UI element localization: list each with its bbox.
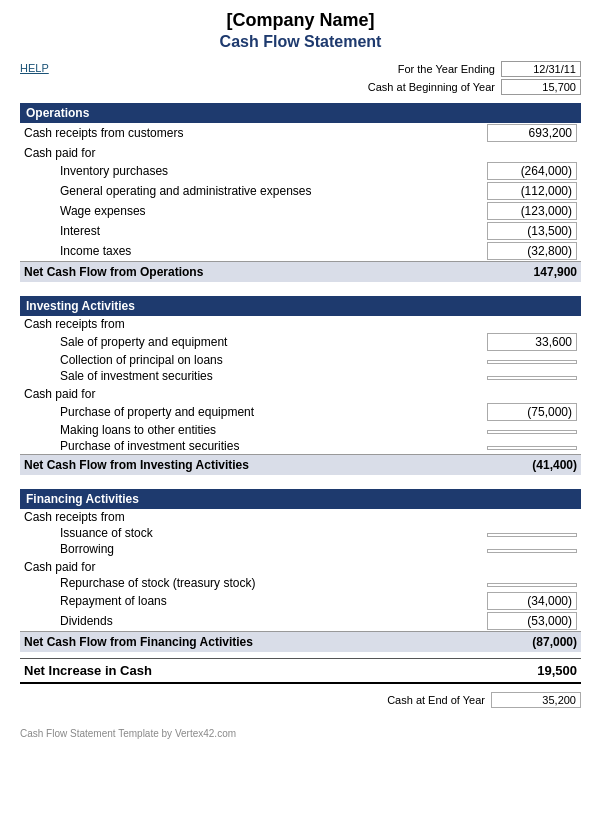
table-row: Cash receipts from xyxy=(20,316,581,332)
cash-end-row: Cash at End of Year 35,200 xyxy=(20,692,581,708)
footer-credit: Cash Flow Statement Template by Vertex42… xyxy=(20,728,581,739)
net-label: Net Cash Flow from Operations xyxy=(20,262,413,283)
value-box[interactable] xyxy=(487,583,577,587)
row-value: (112,000) xyxy=(413,181,581,201)
table-row: Sale of investment securities xyxy=(20,368,581,384)
investing-table: Cash receipts from Sale of property and … xyxy=(20,316,581,475)
row-label: Cash paid for xyxy=(20,557,413,575)
row-value xyxy=(413,525,581,541)
value-box[interactable]: 33,600 xyxy=(487,333,577,351)
table-row: Purchase of property and equipment (75,0… xyxy=(20,402,581,422)
row-label: Cash receipts from customers xyxy=(20,123,413,143)
row-value: 693,200 xyxy=(413,123,581,143)
row-value: (75,000) xyxy=(413,402,581,422)
row-value: (32,800) xyxy=(413,241,581,262)
row-label: Inventory purchases xyxy=(20,161,413,181)
table-row: Interest (13,500) xyxy=(20,221,581,241)
row-value xyxy=(413,541,581,557)
row-label: Dividends xyxy=(20,611,413,632)
company-name: [Company Name] xyxy=(20,10,581,31)
row-label: Cash paid for xyxy=(20,384,413,402)
table-row: Dividends (53,000) xyxy=(20,611,581,632)
value-box[interactable] xyxy=(487,533,577,537)
row-label: Repayment of loans xyxy=(20,591,413,611)
row-label: Wage expenses xyxy=(20,201,413,221)
row-label: Issuance of stock xyxy=(20,525,413,541)
table-row: Repayment of loans (34,000) xyxy=(20,591,581,611)
header-section: HELP For the Year Ending 12/31/11 Cash a… xyxy=(20,61,581,95)
cash-end-value[interactable]: 35,200 xyxy=(491,692,581,708)
value-box[interactable]: 693,200 xyxy=(487,124,577,142)
net-value: 147,900 xyxy=(413,262,581,283)
row-value xyxy=(413,352,581,368)
row-label: Cash receipts from xyxy=(20,316,413,332)
net-increase-table: Net Increase in Cash 19,500 xyxy=(20,658,581,684)
value-box[interactable]: (264,000) xyxy=(487,162,577,180)
value-box[interactable]: (32,800) xyxy=(487,242,577,260)
value-box[interactable] xyxy=(487,430,577,434)
table-row: Cash paid for xyxy=(20,557,581,575)
net-investing-row: Net Cash Flow from Investing Activities … xyxy=(20,455,581,476)
row-label: Purchase of investment securities xyxy=(20,438,413,455)
year-value[interactable]: 12/31/11 xyxy=(501,61,581,77)
row-value: (34,000) xyxy=(413,591,581,611)
row-value xyxy=(413,422,581,438)
value-box[interactable]: (123,000) xyxy=(487,202,577,220)
row-label: Making loans to other entities xyxy=(20,422,413,438)
value-box[interactable] xyxy=(487,549,577,553)
row-label: Sale of property and equipment xyxy=(20,332,413,352)
value-box[interactable]: (13,500) xyxy=(487,222,577,240)
cash-beginning-value[interactable]: 15,700 xyxy=(501,79,581,95)
table-row: Collection of principal on loans xyxy=(20,352,581,368)
row-label: Repurchase of stock (treasury stock) xyxy=(20,575,413,591)
net-financing-row: Net Cash Flow from Financing Activities … xyxy=(20,632,581,653)
row-value xyxy=(413,143,581,161)
row-label: General operating and administrative exp… xyxy=(20,181,413,201)
row-value: (264,000) xyxy=(413,161,581,181)
net-value: (87,000) xyxy=(413,632,581,653)
net-label: Net Cash Flow from Investing Activities xyxy=(20,455,413,476)
value-box[interactable]: (75,000) xyxy=(487,403,577,421)
value-box[interactable] xyxy=(487,360,577,364)
table-row: Cash paid for xyxy=(20,384,581,402)
value-box[interactable] xyxy=(487,376,577,380)
table-row: Inventory purchases (264,000) xyxy=(20,161,581,181)
row-label: Interest xyxy=(20,221,413,241)
row-value: (13,500) xyxy=(413,221,581,241)
net-operations-row: Net Cash Flow from Operations 147,900 xyxy=(20,262,581,283)
operations-header: Operations xyxy=(20,103,581,123)
row-label: Cash receipts from xyxy=(20,509,413,525)
row-label: Cash paid for xyxy=(20,143,413,161)
row-value: (53,000) xyxy=(413,611,581,632)
row-label: Sale of investment securities xyxy=(20,368,413,384)
row-label: Income taxes xyxy=(20,241,413,262)
net-value: (41,400) xyxy=(413,455,581,476)
table-row: Wage expenses (123,000) xyxy=(20,201,581,221)
net-increase-label: Net Increase in Cash xyxy=(20,659,413,684)
table-row: Cash receipts from customers 693,200 xyxy=(20,123,581,143)
header-right: For the Year Ending 12/31/11 Cash at Beg… xyxy=(368,61,581,95)
row-value xyxy=(413,438,581,455)
value-box[interactable]: (34,000) xyxy=(487,592,577,610)
operations-table: Cash receipts from customers 693,200 Cas… xyxy=(20,123,581,282)
table-row: General operating and administrative exp… xyxy=(20,181,581,201)
table-row: Repurchase of stock (treasury stock) xyxy=(20,575,581,591)
financing-table: Cash receipts from Issuance of stock Bor… xyxy=(20,509,581,652)
table-row: Cash receipts from xyxy=(20,509,581,525)
table-row: Sale of property and equipment 33,600 xyxy=(20,332,581,352)
cash-beginning-label: Cash at Beginning of Year xyxy=(368,81,495,93)
help-link[interactable]: HELP xyxy=(20,62,49,74)
table-row: Cash paid for xyxy=(20,143,581,161)
value-box[interactable]: (53,000) xyxy=(487,612,577,630)
value-box[interactable]: (112,000) xyxy=(487,182,577,200)
table-row: Borrowing xyxy=(20,541,581,557)
cash-end-label: Cash at End of Year xyxy=(387,694,485,706)
financing-header: Financing Activities xyxy=(20,489,581,509)
value-box[interactable] xyxy=(487,446,577,450)
table-row: Issuance of stock xyxy=(20,525,581,541)
table-row: Income taxes (32,800) xyxy=(20,241,581,262)
row-label: Purchase of property and equipment xyxy=(20,402,413,422)
net-label: Net Cash Flow from Financing Activities xyxy=(20,632,413,653)
for-year-label: For the Year Ending xyxy=(398,63,495,75)
table-row: Purchase of investment securities xyxy=(20,438,581,455)
